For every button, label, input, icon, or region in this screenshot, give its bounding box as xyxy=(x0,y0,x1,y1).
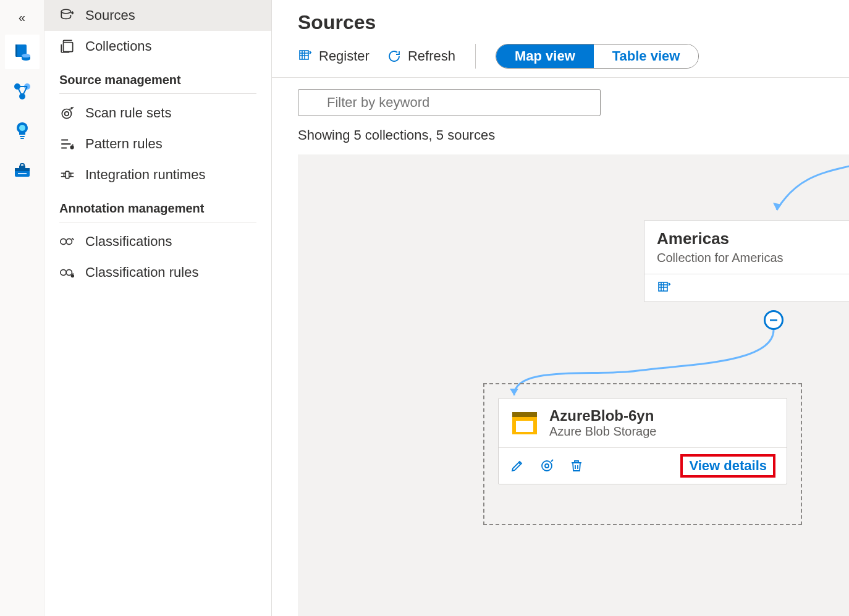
edit-icon[interactable] xyxy=(510,458,525,473)
svg-rect-25 xyxy=(516,421,533,432)
source-card-azureblob[interactable]: AzureBlob-6yn Azure Blob Storage xyxy=(498,398,787,484)
rail-catalog[interactable] xyxy=(5,35,40,69)
collapse-node[interactable]: − xyxy=(764,310,784,330)
nav-item-label: Scan rule sets xyxy=(85,105,171,121)
view-details-highlight: View details xyxy=(680,454,775,478)
table-view-option[interactable]: Table view xyxy=(594,44,699,68)
svg-rect-4 xyxy=(20,136,25,137)
nav-pattern-rules[interactable]: Pattern rules xyxy=(44,129,271,159)
map-view-option[interactable]: Map view xyxy=(496,44,594,68)
collections-icon xyxy=(59,38,75,54)
nav-collections[interactable]: Collections xyxy=(44,31,271,62)
svg-point-18 xyxy=(61,269,66,275)
svg-rect-24 xyxy=(512,412,537,417)
svg-rect-11 xyxy=(64,43,73,52)
svg-point-16 xyxy=(61,238,66,244)
svg-point-0 xyxy=(22,54,30,57)
refresh-label: Refresh xyxy=(408,48,455,64)
refresh-button[interactable]: Refresh xyxy=(387,48,455,64)
filter-row xyxy=(272,78,849,122)
collection-actions xyxy=(644,274,849,302)
register-label: Register xyxy=(319,48,370,64)
svg-point-13 xyxy=(65,112,69,116)
toolbar: Register Refresh Map view Table view xyxy=(272,40,849,78)
svg-point-19 xyxy=(66,269,72,275)
svg-rect-22 xyxy=(659,282,667,291)
nav-item-label: Sources xyxy=(85,7,135,23)
scan-icon[interactable] xyxy=(539,458,554,473)
view-details-link[interactable]: View details xyxy=(685,457,771,475)
nav-item-label: Integration runtimes xyxy=(85,167,205,183)
page-title: Sources xyxy=(272,0,849,40)
collection-card-americas[interactable]: Americas Collection for Americas xyxy=(644,220,849,302)
expand-rail-button[interactable]: » xyxy=(0,5,44,30)
divider xyxy=(475,44,476,69)
main-content: Sources Register Refresh Map view Table … xyxy=(272,0,849,616)
datamap-icon xyxy=(12,82,32,101)
collection-description: Collection for Americas xyxy=(644,251,849,274)
nav-classification-rules[interactable]: Classification rules xyxy=(44,257,271,288)
svg-point-12 xyxy=(62,109,71,119)
register-button[interactable]: Register xyxy=(298,48,370,64)
refresh-icon xyxy=(387,49,402,64)
rail-datamap[interactable] xyxy=(5,74,40,109)
nav-item-label: Classification rules xyxy=(85,264,198,281)
svg-point-10 xyxy=(61,9,70,14)
nav-item-label: Classifications xyxy=(85,234,172,250)
svg-point-20 xyxy=(72,275,74,277)
divider xyxy=(59,222,256,222)
side-nav: Sources Collections Source management Sc… xyxy=(44,0,272,616)
status-line: Showing 5 collections, 5 sources xyxy=(272,122,849,154)
connector-line xyxy=(730,154,849,229)
svg-rect-8 xyxy=(15,168,30,171)
register-icon xyxy=(298,49,313,64)
add-source-icon[interactable] xyxy=(657,281,672,295)
classification-rules-icon xyxy=(59,264,75,281)
svg-rect-21 xyxy=(300,51,308,59)
sources-icon xyxy=(59,7,75,23)
nav-scan-rule-sets[interactable]: Scan rule sets xyxy=(44,98,271,129)
source-type: Azure Blob Storage xyxy=(549,424,656,439)
svg-rect-15 xyxy=(65,171,69,178)
map-canvas[interactable]: Americas Collection for Americas − xyxy=(298,154,849,616)
nav-item-label: Collections xyxy=(85,38,152,54)
rail-insights[interactable] xyxy=(5,114,40,148)
nav-sources[interactable]: Sources xyxy=(44,0,271,31)
book-database-icon xyxy=(12,42,32,62)
integration-icon xyxy=(59,167,75,183)
collection-name: Americas xyxy=(644,221,849,251)
svg-point-27 xyxy=(545,464,549,468)
nav-integration-runtimes[interactable]: Integration runtimes xyxy=(44,159,271,190)
svg-point-6 xyxy=(19,125,25,131)
source-actions: View details xyxy=(499,448,787,484)
rail-management[interactable] xyxy=(5,153,40,188)
lightbulb-icon xyxy=(12,121,32,141)
svg-point-14 xyxy=(70,146,73,148)
source-group: AzureBlob-6yn Azure Blob Storage xyxy=(483,383,802,525)
svg-rect-5 xyxy=(20,138,24,139)
classifications-icon xyxy=(59,234,75,250)
source-name: AzureBlob-6yn xyxy=(549,407,656,424)
svg-point-17 xyxy=(66,238,72,244)
svg-rect-9 xyxy=(18,173,27,174)
pattern-icon xyxy=(59,136,75,152)
divider xyxy=(59,93,256,94)
view-toggle: Map view Table view xyxy=(496,44,699,69)
svg-point-26 xyxy=(542,461,552,471)
nav-classifications[interactable]: Classifications xyxy=(44,226,271,257)
blob-storage-icon xyxy=(510,408,539,438)
filter-input[interactable] xyxy=(298,89,601,116)
nav-item-label: Pattern rules xyxy=(85,136,163,152)
icon-rail: » xyxy=(0,0,44,616)
delete-icon[interactable] xyxy=(569,458,584,473)
nav-section-annotation-management: Annotation management xyxy=(44,190,271,219)
target-icon xyxy=(59,105,75,121)
toolbox-icon xyxy=(12,161,32,180)
nav-section-source-management: Source management xyxy=(44,62,271,91)
